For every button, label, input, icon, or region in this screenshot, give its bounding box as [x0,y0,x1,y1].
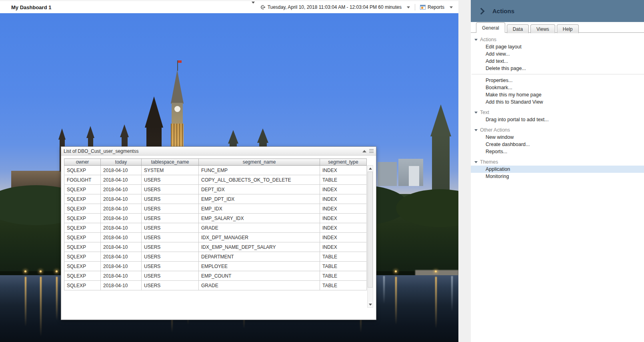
table-row[interactable]: FOGLIGHT2018-04-10USERSCOPY_ALL_OBJECTS_… [64,175,367,185]
table-cell: 2018-04-10 [101,194,142,204]
chevron-right-icon[interactable] [478,8,485,14]
table-cell: SQLEXP [64,271,101,281]
table-cell: INDEX [320,194,367,204]
column-header-tablespace-name[interactable]: tablespace_name [142,159,199,166]
lamp-reflection [25,277,26,327]
table-cell: 2018-04-10 [101,262,142,271]
table-scrollbar[interactable] [367,165,373,308]
table-cell: SQLEXP [64,204,101,214]
section-text: TextDrag into portal to add text... [471,109,644,123]
section-header-actions[interactable]: Actions [471,36,644,43]
table-row[interactable]: SQLEXP2018-04-10USERSGRADEINDEX [64,223,367,233]
action-drag-into-portal-to-add-text[interactable]: Drag into portal to add text... [471,116,644,123]
collapse-icon[interactable] [362,150,366,152]
action-reports[interactable]: Reports... [471,148,644,155]
action-application[interactable]: Application [471,166,644,173]
page-title: My Dashboard 1 [11,4,51,10]
table-row[interactable]: SQLEXP2018-04-10USERSEMPLOYEETABLE [64,262,367,271]
action-properties[interactable]: Properties... [471,77,644,84]
lamp-light [56,270,58,272]
right-gray-building-1 [378,162,397,186]
peace-tower-spire [171,70,184,104]
table-cell: USERS [142,262,199,271]
table-row[interactable]: SQLEXP2018-04-10SYSTEMFUNC_EMPINDEX [64,166,367,175]
time-range-dropdown-icon[interactable] [407,6,410,8]
table-cell: TABLE [320,175,367,185]
lamp-light [24,270,26,272]
table-row[interactable]: SQLEXP2018-04-10USERSDEPT_IDXINDEX [64,185,367,194]
section-header-themes[interactable]: Themes [471,158,644,166]
table-row[interactable]: SQLEXP2018-04-10USERSEMP_IDXINDEX [64,204,367,214]
tab-help[interactable]: Help [557,24,579,33]
action-add-view[interactable]: Add view... [471,50,644,58]
time-range-selector[interactable]: Tuesday, April 10, 2018 11:03:04 AM - 12… [260,4,410,10]
table-row[interactable]: SQLEXP2018-04-10USERSDEPARTMENTTABLE [64,252,367,262]
table-cell: TABLE [320,281,367,290]
table-cell: INDEX [320,166,367,175]
section-actions: ActionsEdit page layoutAdd view...Add te… [471,36,644,106]
table-row[interactable]: SQLEXP2018-04-10USERSIDX_DPT_MANAGERINDE… [64,233,367,242]
panel-splitter[interactable] [458,0,471,342]
table-cell: INDEX [320,223,367,233]
table-row[interactable]: SQLEXP2018-04-10USERSEMP_DPT_IDXINDEX [64,194,367,204]
column-header-segment-name[interactable]: segment_name [199,159,320,166]
light-reflection [383,276,385,304]
lamp-reflection [56,277,58,321]
top-splitter-handle[interactable] [251,1,256,4]
action-add-this-to-standard-view[interactable]: Add this to Standard View [471,98,644,106]
actions-panel-header: Actions [471,0,644,22]
tab-data[interactable]: Data [507,24,529,33]
scroll-up-icon[interactable] [368,166,373,171]
right-cathedral-spire [430,104,451,136]
action-make-this-my-home-page[interactable]: Make this my home page [471,91,644,98]
column-header-owner[interactable]: owner [64,159,101,166]
action-monitoring[interactable]: Monitoring [471,173,644,180]
table-cell: SQLEXP [64,214,101,223]
table-cell: GRADE [199,223,320,233]
table-row[interactable]: SQLEXP2018-04-10USERSIDX_EMP_NAME_DEPT_S… [64,242,367,252]
small-tower-1 [58,128,66,140]
action-add-text[interactable]: Add text... [471,58,644,65]
reports-icon [420,5,426,10]
tab-views[interactable]: Views [530,24,555,33]
table-cell: EMP_DPT_IDX [199,194,320,204]
east-tower-1-cap [228,130,238,144]
table-cell: SYSTEM [142,166,199,175]
section-title: Actions [480,37,496,42]
reports-dropdown-icon[interactable] [450,6,453,8]
table-cell: USERS [142,271,199,281]
table-row[interactable]: SQLEXP2018-04-10USERSGRADETABLE [64,281,367,290]
customizer-icon[interactable] [369,149,374,153]
table-cell: 2018-04-10 [101,175,142,185]
reports-button[interactable]: Reports [420,4,453,10]
table-row[interactable]: SQLEXP2018-04-10USERSEMP_COUNTTABLE [64,271,367,281]
section-header-text[interactable]: Text [471,109,644,116]
table-cell: INDEX [320,214,367,223]
action-create-dashboard[interactable]: Create dashboard... [471,141,644,148]
section-header-other-actions[interactable]: Other Actions [471,126,644,134]
table-cell: USERS [142,175,199,185]
scroll-down-icon[interactable] [368,302,373,307]
column-header-today[interactable]: today [101,159,142,166]
tab-general[interactable]: General [476,22,505,33]
scrollbar-thumb[interactable] [368,172,373,288]
table-cell: SQLEXP [64,233,101,242]
right-cathedral-body [432,133,450,197]
dashboard-area: My Dashboard 1 Tuesday, April 10, 2018 1… [0,0,458,342]
table-cell: FOGLIGHT [64,175,101,185]
black-gothic-spire [145,96,163,128]
action-edit-page-layout[interactable]: Edit page layout [471,43,644,50]
lamp-reflection [435,277,437,329]
action-bookmark[interactable]: Bookmark... [471,84,644,91]
column-header-segment-type[interactable]: segment_type [320,159,367,166]
table-cell: IDX_DPT_MANAGER [199,233,320,242]
window-titlebar[interactable]: List of DBO_Cust_user_segmentss [61,147,376,156]
action-new-window[interactable]: New window [471,134,644,141]
table-cell: DEPT_IDX [199,185,320,194]
table-cell: GRADE [199,281,320,290]
actions-panel-title: Actions [492,8,514,14]
table-cell: 2018-04-10 [101,204,142,214]
lamp-light [40,270,42,272]
action-delete-this-page[interactable]: Delete this page... [471,65,644,72]
table-row[interactable]: SQLEXP2018-04-10USERSEMP_SALARY_IDXINDEX [64,214,367,223]
